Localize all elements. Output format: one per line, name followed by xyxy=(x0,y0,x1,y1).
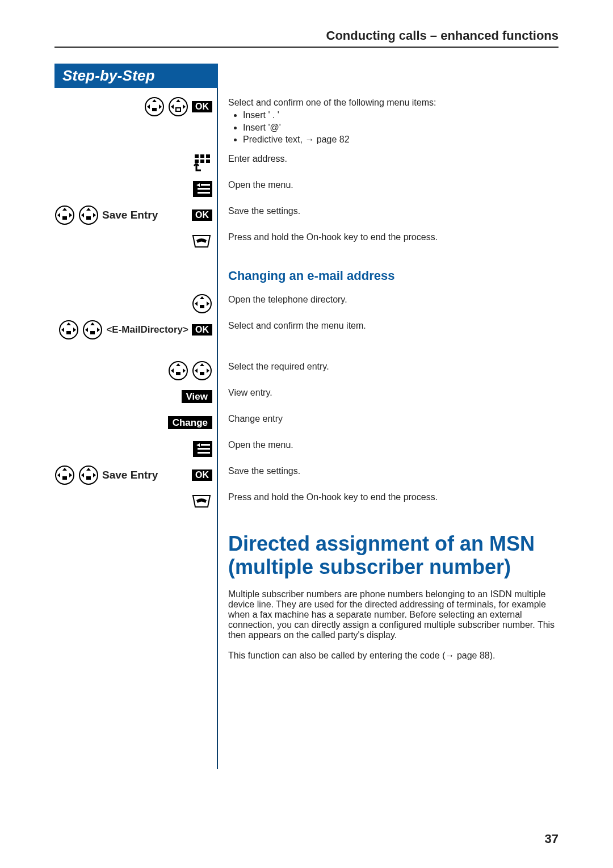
view-softkey[interactable]: View xyxy=(182,390,212,403)
change-softkey[interactable]: Change xyxy=(168,416,212,429)
section-title: Directed assignment of an MSN (multiple … xyxy=(228,532,559,579)
step-text: Press and hold the On-hook key to end th… xyxy=(218,230,559,245)
step-text: Select the required entry. xyxy=(218,359,559,374)
menu-icon xyxy=(193,441,212,457)
step-text: Open the menu. xyxy=(218,438,559,452)
menu-icon xyxy=(193,181,212,197)
menu-item: Insert ' . ' xyxy=(243,109,559,121)
on-hook-key-icon xyxy=(191,493,212,509)
ok-softkey[interactable]: OK xyxy=(192,209,212,221)
page-number: 37 xyxy=(545,832,559,846)
menu-item: Predictive text, → page 82 xyxy=(243,133,559,146)
nav-pad-icon xyxy=(192,293,212,314)
nav-pad-icon xyxy=(82,320,103,340)
step-by-step-header: Step-by-Step xyxy=(54,64,218,88)
step-text: Save the settings. xyxy=(218,464,559,479)
step-text: Select and confirm one of the following … xyxy=(228,98,559,108)
nav-pad-icon xyxy=(78,205,99,225)
nav-pad-icon xyxy=(58,320,79,340)
ok-softkey[interactable]: OK xyxy=(192,101,212,112)
nav-pad-icon xyxy=(78,465,99,485)
keypad-icon xyxy=(193,153,212,173)
step-text: Change entry xyxy=(218,412,559,426)
email-directory-label: <E-MailDirectory> xyxy=(106,324,188,336)
page: Conducting calls – enhanced functions St… xyxy=(0,0,613,868)
nav-pad-alt-icon xyxy=(168,97,188,117)
nav-pad-icon xyxy=(54,205,75,225)
arrow-icon: → xyxy=(445,651,454,660)
step-text: Select and confirm the menu item. xyxy=(218,318,559,333)
step-text: Enter address. xyxy=(218,152,559,166)
step-text: Save the settings. xyxy=(218,204,559,219)
ok-softkey[interactable]: OK xyxy=(192,469,212,481)
on-hook-key-icon xyxy=(191,233,212,249)
nav-pad-icon xyxy=(144,97,165,117)
save-entry-label: Save Entry xyxy=(102,469,158,481)
body-paragraph: This function can also be called by ente… xyxy=(228,651,559,661)
step-text: View entry. xyxy=(218,385,559,400)
step-text: Open the telephone directory. xyxy=(218,292,559,307)
running-header: Conducting calls – enhanced functions xyxy=(54,28,559,48)
menu-items-list: Insert ' . ' Insert '@' Predictive text,… xyxy=(228,109,559,146)
subheading: Changing an e-mail address xyxy=(228,269,559,283)
step-text: Open the menu. xyxy=(218,178,559,192)
nav-pad-icon xyxy=(192,360,212,381)
ok-softkey[interactable]: OK xyxy=(192,324,212,336)
body-paragraph: Multiple subscriber numbers are phone nu… xyxy=(228,589,559,640)
save-entry-label: Save Entry xyxy=(102,209,158,221)
menu-item: Insert '@' xyxy=(243,121,559,134)
step-text: Press and hold the On-hook key to end th… xyxy=(218,490,559,505)
nav-pad-icon xyxy=(54,465,75,485)
nav-pad-icon xyxy=(168,360,188,381)
arrow-icon: → xyxy=(305,135,314,144)
